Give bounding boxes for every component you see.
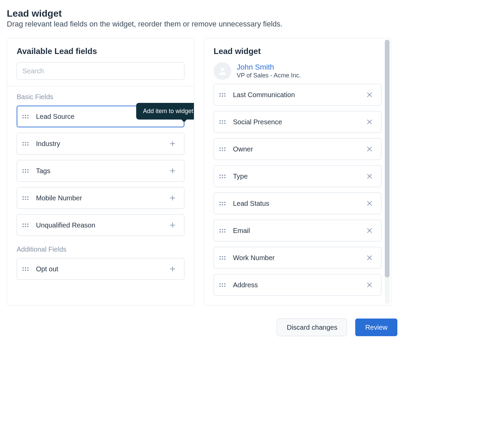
- plus-icon[interactable]: [168, 264, 177, 274]
- field-label: Last Communication: [233, 91, 365, 99]
- drag-handle-icon[interactable]: [219, 199, 227, 207]
- widget-items-scroll[interactable]: Last Communication Social Presence Owner: [204, 83, 391, 305]
- add-item-tooltip: Add item to widget: [136, 103, 194, 120]
- section-label-basic: Basic Fields: [17, 93, 184, 101]
- field-card-mobile-number[interactable]: Mobile Number: [17, 187, 184, 209]
- plus-icon[interactable]: [168, 139, 177, 148]
- search-input[interactable]: [17, 62, 184, 80]
- close-icon[interactable]: [365, 199, 374, 208]
- page-title: Lead widget: [7, 8, 397, 19]
- field-card-opt-out[interactable]: Opt out: [17, 258, 184, 280]
- drag-handle-icon[interactable]: [22, 167, 30, 175]
- plus-icon[interactable]: [168, 193, 177, 203]
- lead-widget-title: Lead widget: [214, 47, 381, 56]
- field-label: Lead Status: [233, 200, 365, 207]
- drag-handle-icon[interactable]: [219, 281, 227, 289]
- field-label: Tags: [36, 167, 168, 175]
- field-label: Mobile Number: [36, 194, 168, 202]
- widget-item-address[interactable]: Address: [214, 274, 381, 296]
- widget-item-lead-status[interactable]: Lead Status: [214, 193, 381, 214]
- widget-item-social-presence[interactable]: Social Presence: [214, 111, 381, 133]
- svg-point-12: [221, 68, 224, 71]
- discard-button[interactable]: Discard changes: [277, 319, 347, 336]
- field-card-unqualified-reason[interactable]: Unqualified Reason: [17, 214, 184, 236]
- widget-item-type[interactable]: Type: [214, 165, 381, 187]
- field-label: Opt out: [36, 265, 168, 273]
- drag-handle-icon[interactable]: [219, 91, 227, 99]
- available-fields-panel: Add item to widget Available Lead fields…: [7, 38, 194, 306]
- review-button[interactable]: Review: [355, 319, 397, 336]
- lead-subtitle: VP of Sales - Acme Inc.: [237, 72, 301, 79]
- section-label-additional: Additional Fields: [17, 246, 184, 253]
- close-icon[interactable]: [365, 144, 374, 154]
- drag-handle-icon[interactable]: [219, 226, 227, 235]
- field-label: Unqualified Reason: [36, 221, 168, 229]
- field-label: Type: [233, 172, 365, 180]
- drag-handle-icon[interactable]: [22, 140, 30, 148]
- close-icon[interactable]: [365, 90, 374, 99]
- close-icon[interactable]: [365, 280, 374, 290]
- lead-name[interactable]: John Smith: [237, 63, 301, 72]
- drag-handle-icon[interactable]: [219, 118, 227, 126]
- widget-item-owner[interactable]: Owner: [214, 138, 381, 160]
- field-label: Owner: [233, 145, 365, 153]
- field-card-tags[interactable]: Tags: [17, 160, 184, 182]
- person-icon: [218, 66, 227, 76]
- drag-handle-icon[interactable]: [219, 254, 227, 262]
- widget-item-work-number[interactable]: Work Number: [214, 247, 381, 269]
- plus-icon[interactable]: [168, 220, 177, 230]
- close-icon[interactable]: [365, 171, 374, 181]
- drag-handle-icon[interactable]: [22, 221, 30, 229]
- available-fields-title: Available Lead fields: [17, 47, 184, 56]
- field-label: Work Number: [233, 254, 365, 262]
- drag-handle-icon[interactable]: [219, 145, 227, 153]
- widget-item-email[interactable]: Email: [214, 220, 381, 241]
- drag-handle-icon[interactable]: [22, 265, 30, 273]
- field-card-industry[interactable]: Industry: [17, 133, 184, 155]
- field-label: Social Presence: [233, 118, 365, 126]
- field-label: Industry: [36, 140, 168, 148]
- avatar: [214, 62, 231, 80]
- page-subtitle: Drag relevant lead fields on the widget,…: [7, 20, 397, 29]
- close-icon[interactable]: [365, 253, 374, 262]
- plus-icon[interactable]: [168, 166, 177, 176]
- close-icon[interactable]: [365, 117, 374, 127]
- drag-handle-icon[interactable]: [22, 194, 30, 202]
- widget-item-last-communication[interactable]: Last Communication: [214, 84, 381, 106]
- drag-handle-icon[interactable]: [22, 112, 30, 121]
- field-label: Email: [233, 227, 365, 235]
- field-label: Address: [233, 281, 365, 289]
- drag-handle-icon[interactable]: [219, 172, 227, 180]
- close-icon[interactable]: [365, 226, 374, 235]
- lead-widget-panel: Lead widget John Smith VP of Sales - Acm…: [204, 38, 391, 306]
